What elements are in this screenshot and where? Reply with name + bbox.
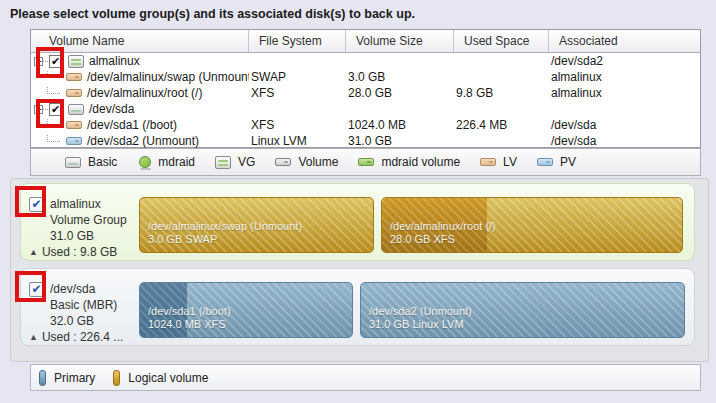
associated-value: almalinux xyxy=(549,86,700,100)
panel-size: 32.0 GB xyxy=(50,314,94,328)
associated-value: almalinux xyxy=(549,70,700,84)
volume-name-label: /dev/sda1 (/boot) xyxy=(87,118,177,132)
volume-name-label: /dev/sda2 (Unmount) xyxy=(87,134,199,148)
legend-item-primary: Primary xyxy=(39,370,95,386)
panel-used-label: Used : 226.4 ... xyxy=(42,330,123,344)
volume-name-label: /dev/almalinux/root (/) xyxy=(87,86,202,100)
legend-label: Logical volume xyxy=(128,371,208,385)
panel-name: almalinux xyxy=(50,197,101,211)
table-row[interactable]: /dev/sda1 (/boot) XFS 1024.0 MB 226.4 MB… xyxy=(31,117,700,133)
legend-label: Volume xyxy=(298,155,338,169)
bar-label: /dev/almalinux/root (/) 28.0 GB XFS xyxy=(390,220,496,246)
volume-bar-sda2[interactable]: /dev/sda2 (Unmount) 31.0 GB Linux LVM xyxy=(360,282,685,338)
bar-label: /dev/sda2 (Unmount) 31.0 GB Linux LVM xyxy=(369,305,472,331)
associated-value: /dev/sda2 xyxy=(549,54,700,68)
tree-connector xyxy=(47,134,60,142)
vg-icon xyxy=(215,156,231,169)
bar-label: /dev/sda1 (/boot) 1024.0 MB XFS xyxy=(148,305,231,331)
panel-used: ▲ Used : 226.4 ... xyxy=(29,330,123,344)
panel-name: /dev/sda xyxy=(50,282,95,296)
file-system-value: SWAP xyxy=(249,70,346,84)
vg-icon xyxy=(68,55,84,68)
volume-icon xyxy=(275,158,291,166)
primary-swatch xyxy=(39,370,46,386)
volume-bar-swap[interactable]: /dev/almalinux/swap (Unmount) 3.0 GB SWA… xyxy=(139,197,374,253)
legend-item-mdraid-volume: mdraid volume xyxy=(358,155,460,169)
volume-size-value: 1024.0 MB xyxy=(346,118,454,132)
column-header-volume-size[interactable]: Volume Size xyxy=(346,30,454,52)
pv-icon xyxy=(537,158,553,166)
table-header: Volume Name File System Volume Size Used… xyxy=(31,30,700,53)
backup-volume-selection-screen: Please select volume group(s) and its as… xyxy=(0,0,716,403)
used-arrow-icon: ▲ xyxy=(29,332,38,342)
panel-used-label: Used : 9.8 GB xyxy=(42,245,117,259)
panel-size: 31.0 GB xyxy=(50,229,94,243)
basic-disk-icon xyxy=(68,104,84,115)
panel-dev-sda-basic-disk[interactable]: ✔ /dev/sda Basic (MBR) 32.0 GB ▲ Used : … xyxy=(20,268,695,346)
volume-size-value: 3.0 GB xyxy=(346,70,454,84)
mdraid-icon xyxy=(139,156,151,168)
legend-label: Primary xyxy=(54,371,95,385)
legend-item-basic: Basic xyxy=(65,155,117,169)
panel-used: ▲ Used : 9.8 GB xyxy=(29,245,117,259)
volume-bar-sda1[interactable]: /dev/sda1 (/boot) 1024.0 MB XFS xyxy=(139,282,353,338)
legend-label: Basic xyxy=(88,155,117,169)
bar-label: /dev/almalinux/swap (Unmount) 3.0 GB SWA… xyxy=(148,220,302,246)
legend-item-mdraid: mdraid xyxy=(137,155,195,169)
annotation-box-panel-checkbox-dev-sda xyxy=(15,271,46,302)
panel-type: Basic (MBR) xyxy=(50,298,117,312)
pv-icon xyxy=(66,137,82,145)
used-space-value: 9.8 GB xyxy=(454,86,549,100)
logical-volume-swatch xyxy=(113,370,120,386)
used-space-value: 226.4 MB xyxy=(454,118,549,132)
volume-size-value: 31.0 GB xyxy=(346,134,454,148)
legend-label: PV xyxy=(560,155,576,169)
volume-bar-root[interactable]: /dev/almalinux/root (/) 28.0 GB XFS xyxy=(381,197,683,253)
icon-legend-bar: Basic mdraid VG Volume mdraid volume LV … xyxy=(30,148,701,176)
legend-item-volume: Volume xyxy=(275,155,338,169)
volume-size-value: 28.0 GB xyxy=(346,86,454,100)
legend-label: mdraid xyxy=(158,155,195,169)
lv-icon xyxy=(66,89,82,97)
column-header-used-space[interactable]: Used Space xyxy=(454,30,549,52)
annotation-box-row-checkbox-almalinux xyxy=(36,47,64,78)
file-system-value: XFS xyxy=(249,118,346,132)
legend-item-logical-volume: Logical volume xyxy=(113,370,208,386)
lv-icon xyxy=(480,158,496,166)
annotation-box-row-checkbox-dev-sda xyxy=(36,99,64,128)
basic-disk-icon xyxy=(65,157,81,168)
legend-label: VG xyxy=(238,155,255,169)
mdraid-volume-icon xyxy=(358,158,374,166)
table-row[interactable]: /dev/sda2 (Unmount) Linux LVM 31.0 GB /d… xyxy=(31,133,700,149)
tree-connector xyxy=(47,86,60,94)
table-row[interactable]: ✔ /dev/sda xyxy=(31,101,700,117)
panel-almalinux-volume-group[interactable]: ✔ almalinux Volume Group 31.0 GB ▲ Used … xyxy=(20,183,695,261)
volume-name-label: almalinux xyxy=(89,54,140,68)
volume-name-label: /dev/almalinux/swap (Unmount) xyxy=(87,70,249,84)
table-row[interactable]: ✔ almalinux /dev/sda2 xyxy=(31,53,700,69)
column-header-file-system[interactable]: File System xyxy=(249,30,346,52)
associated-value: /dev/sda xyxy=(549,118,700,132)
table-row[interactable]: /dev/almalinux/root (/) XFS 28.0 GB 9.8 … xyxy=(31,85,700,101)
legend-label: mdraid volume xyxy=(381,155,460,169)
page-title: Please select volume group(s) and its as… xyxy=(10,7,415,21)
legend-item-pv: PV xyxy=(537,155,576,169)
file-system-value: Linux LVM xyxy=(249,134,346,148)
associated-value: /dev/sda xyxy=(549,134,700,148)
volume-table: Volume Name File System Volume Size Used… xyxy=(30,29,701,148)
annotation-box-panel-checkbox-almalinux xyxy=(15,186,46,217)
file-system-value: XFS xyxy=(249,86,346,100)
lv-icon xyxy=(66,73,82,81)
column-header-associated[interactable]: Associated xyxy=(549,30,700,52)
partition-legend-bar: Primary Logical volume xyxy=(30,364,701,391)
volume-icon xyxy=(66,121,82,129)
legend-item-lv: LV xyxy=(480,155,517,169)
used-arrow-icon: ▲ xyxy=(29,247,38,257)
legend-item-vg: VG xyxy=(215,155,255,169)
panel-type: Volume Group xyxy=(50,213,127,227)
disk-layout-area: ✔ almalinux Volume Group 31.0 GB ▲ Used … xyxy=(10,178,709,362)
table-row[interactable]: /dev/almalinux/swap (Unmount) SWAP 3.0 G… xyxy=(31,69,700,85)
legend-label: LV xyxy=(503,155,517,169)
volume-name-label: /dev/sda xyxy=(89,102,134,116)
